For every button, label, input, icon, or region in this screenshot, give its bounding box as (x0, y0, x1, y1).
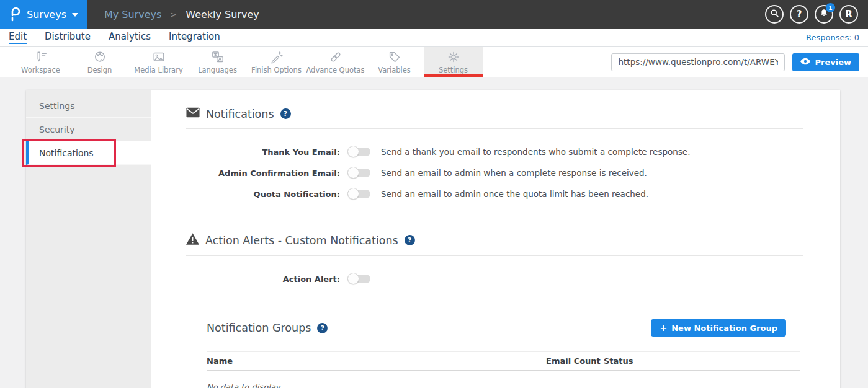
page-content: SettingsSecurityNotifications Notificati… (0, 77, 868, 388)
search-button[interactable] (765, 5, 784, 24)
questionpro-logo-icon (9, 7, 21, 22)
notifications-section-head: Notifications ? (186, 107, 803, 120)
nav-tab-analytics[interactable]: Analytics (109, 31, 151, 44)
variables-icon (388, 50, 401, 64)
toolbar-item-settings[interactable]: Settings (424, 47, 483, 77)
sidebar-item-label: Security (39, 125, 75, 134)
breadcrumb: My Surveys > Weekly Survey (104, 0, 259, 29)
toolbar-item-label: Variables (378, 66, 411, 74)
action-alert-label: Action Alert: (186, 275, 340, 284)
notification-toggle-rows: Thank You Email:Send a thank you email t… (186, 141, 803, 205)
notification-setting-label: Thank You Email: (186, 148, 340, 157)
finish-options-icon (270, 50, 284, 64)
action-alert-toggle-rows: Action Alert: (186, 268, 803, 289)
warning-triangle-icon (186, 233, 199, 247)
toolbar-item-label: Workspace (21, 66, 60, 74)
media-library-icon (152, 50, 166, 64)
product-switcher[interactable]: Surveys (0, 0, 87, 29)
table-empty-state: No data to display... (207, 382, 800, 388)
table-header: NameEmail CountStatus (207, 352, 800, 371)
settings-card: SettingsSecurityNotifications Notificati… (26, 90, 840, 388)
toolbar-items: WorkspaceDesignMedia LibraryLanguagesFin… (11, 47, 483, 77)
toggle-knob (347, 167, 359, 179)
sidebar-item-security[interactable]: Security (26, 118, 151, 141)
sidebar-filler (26, 165, 151, 388)
notification-groups-help-icon[interactable]: ? (317, 323, 328, 333)
notification-setting-description: Send a thank you email to respondents wh… (381, 147, 690, 157)
nav-tab-distribute[interactable]: Distribute (45, 31, 91, 44)
topbar: Surveys My Surveys > Weekly Survey ? (0, 0, 868, 29)
notifications-help-icon[interactable]: ? (280, 108, 291, 119)
notification-setting-toggle-off[interactable] (348, 169, 370, 177)
toolbar-item-label: Settings (439, 66, 468, 74)
sidebar-item-notifications[interactable]: Notifications (26, 141, 151, 165)
notification-setting-row: Admin Confirmation Email:Send an email t… (186, 162, 803, 183)
toolbar-item-label: Languages (198, 66, 237, 74)
new-notification-group-button[interactable]: + New Notification Group (651, 319, 786, 337)
settings-icon (447, 50, 460, 64)
help-button[interactable]: ? (790, 5, 808, 24)
notification-badge: 1 (826, 3, 835, 12)
user-avatar[interactable]: R (839, 5, 858, 24)
notification-groups-table: NameEmail CountStatus No data to display… (207, 351, 800, 388)
plus-icon: + (660, 323, 667, 333)
divider (186, 128, 803, 129)
breadcrumb-current-survey: Weekly Survey (186, 9, 259, 20)
toolbar-item-languages[interactable]: Languages (188, 47, 247, 77)
survey-nav: EditDistributeAnalyticsIntegration Respo… (0, 29, 868, 47)
survey-url-input[interactable] (611, 53, 785, 71)
notification-groups-title: Notification Groups (207, 322, 311, 334)
toolbar-item-advance-quotas[interactable]: Advance Quotas (306, 47, 365, 77)
notification-setting-toggle-off[interactable] (348, 148, 370, 156)
column-header-status: Status (604, 356, 800, 366)
toolbar-item-variables[interactable]: Variables (365, 47, 424, 77)
preview-button[interactable]: Preview (792, 53, 859, 71)
toolbar-right: Preview (611, 47, 868, 77)
action-alerts-section-title: Action Alerts - Custom Notifications (205, 234, 398, 247)
preview-label: Preview (815, 58, 851, 67)
action-alerts-help-icon[interactable]: ? (405, 235, 415, 245)
question-mark-icon: ? (797, 9, 802, 20)
toolbar-item-label: Advance Quotas (306, 66, 364, 74)
chevron-down-icon (72, 13, 78, 17)
settings-main: Notifications ? Thank You Email:Send a t… (151, 90, 840, 388)
toggle-knob (347, 188, 359, 200)
notification-setting-toggle-off[interactable] (348, 190, 370, 198)
envelope-icon (186, 107, 200, 120)
action-alert-row: Action Alert: (186, 268, 803, 289)
edit-toolbar: WorkspaceDesignMedia LibraryLanguagesFin… (0, 47, 868, 77)
toolbar-item-finish-options[interactable]: Finish Options (247, 47, 306, 77)
notification-setting-row: Quota Notification:Send an email to admi… (186, 183, 803, 205)
column-header-email-count: Email Count (546, 356, 604, 366)
toolbar-item-label: Media Library (134, 66, 182, 74)
product-name: Surveys (27, 9, 66, 20)
languages-icon (211, 50, 225, 64)
advance-quotas-icon (329, 50, 342, 64)
action-alerts-section: Action Alerts - Custom Notifications ? A… (186, 233, 803, 289)
toggle-knob (347, 146, 359, 157)
notification-groups-head: Notification Groups ? + New Notification… (207, 319, 803, 337)
notification-groups-section: Notification Groups ? + New Notification… (207, 319, 803, 388)
sidebar-item-settings[interactable]: Settings (26, 94, 151, 118)
notification-setting-row: Thank You Email:Send a thank you email t… (186, 141, 803, 162)
toolbar-item-workspace[interactable]: Workspace (11, 47, 70, 77)
responses-count[interactable]: Responses: 0 (806, 33, 859, 42)
nav-tab-integration[interactable]: Integration (169, 31, 220, 44)
breadcrumb-separator: > (170, 10, 177, 19)
breadcrumb-my-surveys[interactable]: My Surveys (104, 9, 161, 20)
avatar-initial: R (845, 9, 852, 20)
toolbar-item-media-library[interactable]: Media Library (129, 47, 188, 77)
nav-tab-edit[interactable]: Edit (9, 31, 27, 44)
eye-icon (800, 58, 810, 67)
notification-setting-description: Send an email to admin once the quota li… (381, 189, 648, 199)
sidebar-item-label: Notifications (39, 148, 94, 158)
new-group-label: New Notification Group (671, 324, 777, 333)
action-alert-toggle-off[interactable] (348, 275, 370, 283)
settings-sidebar: SettingsSecurityNotifications (26, 90, 151, 388)
workspace-icon (34, 50, 48, 64)
notification-setting-label: Admin Confirmation Email: (186, 169, 340, 178)
toolbar-item-design[interactable]: Design (70, 47, 129, 77)
topbar-actions: ? 1 R (765, 0, 868, 29)
notifications-button[interactable]: 1 (815, 5, 833, 24)
toolbar-item-label: Design (87, 66, 112, 74)
